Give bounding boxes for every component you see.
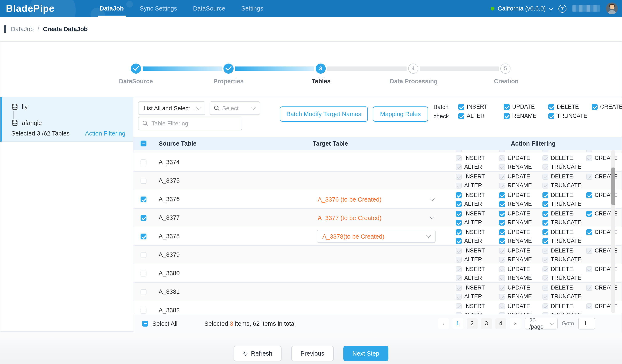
row-action-delete-checkbox[interactable] <box>543 248 548 254</box>
row-action-alter-checkbox[interactable] <box>456 238 462 244</box>
row-action-create-checkbox[interactable] <box>586 155 592 161</box>
row-action-truncate-checkbox[interactable] <box>543 294 548 300</box>
row-action-update-checkbox[interactable] <box>499 174 505 180</box>
row-action-update-checkbox[interactable] <box>499 285 505 291</box>
row-action-rename-checkbox[interactable] <box>499 201 505 207</box>
nav-tab-settings[interactable]: Settings <box>233 0 271 17</box>
row-action-alter-checkbox[interactable] <box>456 312 462 314</box>
row-action-truncate-checkbox[interactable] <box>543 275 548 281</box>
row-checkbox[interactable] <box>140 196 146 202</box>
row-action-rename-checkbox[interactable] <box>499 238 505 244</box>
action-filtering-link[interactable]: Action Filtering <box>85 130 125 137</box>
step-circle-properties[interactable] <box>223 63 233 74</box>
row-checkbox[interactable] <box>140 233 146 239</box>
row-action-delete-checkbox[interactable] <box>543 211 548 217</box>
row-action-truncate-checkbox[interactable] <box>543 257 548 263</box>
row-checkbox[interactable] <box>140 215 146 221</box>
row-action-rename-checkbox[interactable] <box>499 164 505 170</box>
user-avatar[interactable] <box>606 2 618 14</box>
list-mode-select[interactable]: List All and Select ... <box>138 101 205 115</box>
row-action-insert-checkbox[interactable] <box>456 155 462 161</box>
step-circle-creation[interactable]: 5 <box>500 63 510 74</box>
select-all-checkbox[interactable] <box>142 321 148 326</box>
pagination-page-3[interactable]: 3 <box>481 318 492 329</box>
row-action-truncate-checkbox[interactable] <box>543 238 548 244</box>
environment-selector[interactable]: California (v0.6.0) <box>490 5 553 12</box>
vertical-scrollbar-track[interactable] <box>611 150 615 313</box>
row-checkbox[interactable] <box>140 159 146 165</box>
row-checkbox[interactable] <box>140 178 146 184</box>
row-action-create-checkbox[interactable] <box>586 266 592 272</box>
row-action-rename-checkbox[interactable] <box>499 220 505 226</box>
row-checkbox[interactable] <box>140 252 146 258</box>
row-action-insert-checkbox[interactable] <box>456 266 462 272</box>
step-circle-datasource[interactable] <box>131 63 141 74</box>
batch-action-create-checkbox[interactable] <box>592 104 598 110</box>
row-action-truncate-checkbox[interactable] <box>543 183 548 189</box>
breadcrumb-parent[interactable]: DataJob <box>11 26 34 32</box>
row-action-alter-checkbox[interactable] <box>456 183 462 189</box>
mapping-rules-button[interactable]: Mapping Rules <box>373 106 428 122</box>
row-action-insert-checkbox[interactable] <box>456 192 462 198</box>
row-action-delete-checkbox[interactable] <box>543 192 548 198</box>
refresh-button[interactable]: ↻ Refresh <box>233 346 282 361</box>
row-checkbox[interactable] <box>140 289 146 295</box>
row-action-delete-checkbox[interactable] <box>543 155 548 161</box>
datasource-pair-card[interactable]: lly afanqie Selected 3 /62 Tables Action… <box>0 97 133 142</box>
batch-action-truncate-checkbox[interactable] <box>548 113 554 119</box>
row-action-create-checkbox[interactable] <box>586 192 592 198</box>
pagination-prev[interactable]: ‹ <box>438 318 449 329</box>
row-action-alter-checkbox[interactable] <box>456 201 462 207</box>
row-action-insert-checkbox[interactable] <box>456 229 462 235</box>
row-action-delete-checkbox[interactable] <box>543 266 548 272</box>
row-action-update-checkbox[interactable] <box>499 248 505 254</box>
batch-modify-target-names-button[interactable]: Batch Modify Target Names <box>280 106 368 122</box>
next-step-button[interactable]: Next Step <box>343 346 389 361</box>
row-action-delete-checkbox[interactable] <box>543 174 548 180</box>
select-all-header-checkbox[interactable] <box>140 141 146 146</box>
nav-tab-datasource[interactable]: DataSource <box>185 0 233 17</box>
row-action-update-checkbox[interactable] <box>499 229 505 235</box>
row-action-alter-checkbox[interactable] <box>456 294 462 300</box>
row-action-truncate-checkbox[interactable] <box>543 201 548 207</box>
row-action-truncate-checkbox[interactable] <box>543 312 548 314</box>
row-action-update-checkbox[interactable] <box>499 155 505 161</box>
row-action-update-checkbox[interactable] <box>499 303 505 309</box>
table-select-dropdown[interactable]: Select <box>210 101 260 115</box>
pagination-page-1[interactable]: 1 <box>452 318 463 329</box>
row-action-create-checkbox[interactable] <box>586 211 592 217</box>
row-action-truncate-checkbox[interactable] <box>543 220 548 226</box>
row-action-rename-checkbox[interactable] <box>499 183 505 189</box>
row-action-create-checkbox[interactable] <box>586 285 592 291</box>
page-size-select[interactable]: 20 /page <box>525 318 557 329</box>
row-action-alter-checkbox[interactable] <box>456 220 462 226</box>
row-action-alter-checkbox[interactable] <box>456 257 462 263</box>
row-action-create-checkbox[interactable] <box>586 174 592 180</box>
row-action-insert-checkbox[interactable] <box>456 285 462 291</box>
row-action-create-checkbox[interactable] <box>586 229 592 235</box>
row-action-insert-checkbox[interactable] <box>456 248 462 254</box>
row-action-rename-checkbox[interactable] <box>499 275 505 281</box>
target-table-select[interactable]: A_3377 (to be Created) <box>308 209 445 227</box>
help-icon[interactable]: ? <box>559 4 566 12</box>
pagination-page-4[interactable]: 4 <box>495 318 506 329</box>
batch-action-alter-checkbox[interactable] <box>458 113 464 119</box>
row-action-insert-checkbox[interactable] <box>456 211 462 217</box>
row-action-rename-checkbox[interactable] <box>499 257 505 263</box>
row-action-alter-checkbox[interactable] <box>456 275 462 281</box>
target-table-select[interactable]: A_3378(to be Created) <box>317 230 436 243</box>
nav-tab-datajob[interactable]: DataJob <box>92 0 132 17</box>
table-filter-input[interactable] <box>151 119 228 127</box>
row-action-update-checkbox[interactable] <box>499 211 505 217</box>
row-action-create-checkbox[interactable] <box>586 303 592 309</box>
step-circle-data-processing[interactable]: 4 <box>408 63 418 74</box>
row-checkbox[interactable] <box>140 270 146 276</box>
row-action-insert-checkbox[interactable] <box>456 303 462 309</box>
row-action-delete-checkbox[interactable] <box>543 229 548 235</box>
row-action-truncate-checkbox[interactable] <box>543 164 548 170</box>
batch-action-delete-checkbox[interactable] <box>548 104 554 110</box>
row-checkbox[interactable] <box>140 308 146 313</box>
step-circle-tables[interactable]: 3 <box>316 63 326 74</box>
row-action-insert-checkbox[interactable] <box>456 174 462 180</box>
nav-tab-sync-settings[interactable]: Sync Settings <box>132 0 185 17</box>
